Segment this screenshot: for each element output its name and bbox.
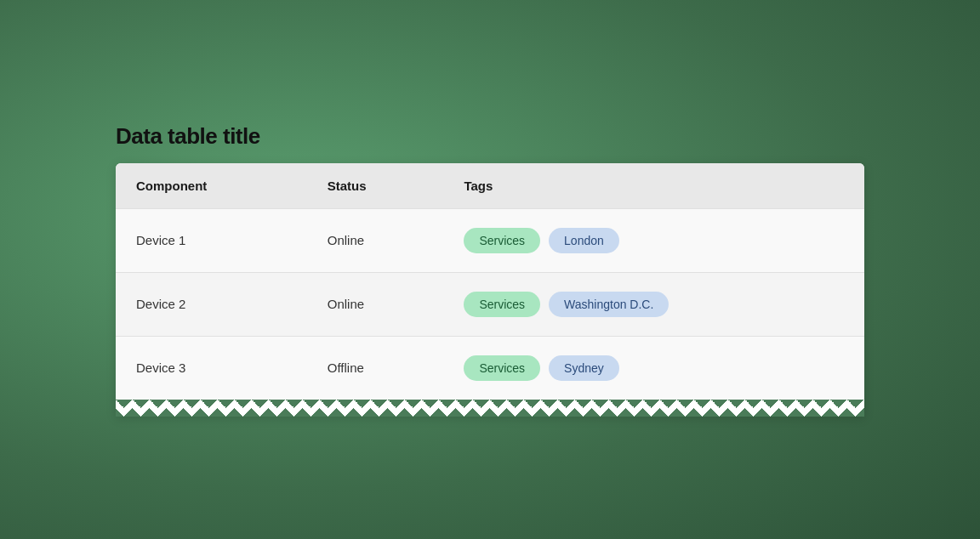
- table-row: Device 2OnlineServicesWashington D.C.: [116, 272, 864, 336]
- table-row: Device 3OfflineServicesSydney: [116, 336, 864, 400]
- cell-component: Device 2: [116, 272, 307, 336]
- col-header-tags: Tags: [443, 163, 864, 209]
- table-body: Device 1OnlineServicesLondonDevice 2Onli…: [116, 208, 864, 400]
- cell-component: Device 1: [116, 208, 307, 272]
- tag-services[interactable]: Services: [464, 292, 540, 317]
- cell-status: Online: [307, 272, 444, 336]
- cell-status: Offline: [307, 336, 444, 400]
- tags-container: ServicesWashington D.C.: [464, 292, 844, 317]
- tags-container: ServicesSydney: [464, 355, 844, 381]
- tag-sydney[interactable]: Sydney: [549, 355, 619, 381]
- header-row: Component Status Tags: [116, 163, 864, 209]
- col-header-status: Status: [307, 163, 444, 209]
- cell-tags: ServicesWashington D.C.: [443, 272, 864, 336]
- table-wrapper: Component Status Tags Device 1OnlineServ…: [116, 163, 864, 417]
- tag-washington-d.c.[interactable]: Washington D.C.: [549, 292, 669, 317]
- tag-services[interactable]: Services: [464, 355, 540, 381]
- tags-container: ServicesLondon: [464, 228, 844, 253]
- table-header: Component Status Tags: [116, 163, 864, 209]
- zigzag-decoration: [116, 400, 864, 417]
- tag-london[interactable]: London: [549, 228, 619, 253]
- cell-tags: ServicesLondon: [443, 208, 864, 272]
- col-header-component: Component: [116, 163, 307, 209]
- cell-status: Online: [307, 208, 444, 272]
- table-title: Data table title: [116, 123, 864, 150]
- tag-services[interactable]: Services: [464, 228, 540, 253]
- cell-component: Device 3: [116, 336, 307, 400]
- cell-tags: ServicesSydney: [443, 336, 864, 400]
- main-container: Data table title Component Status Tags D…: [116, 123, 864, 417]
- data-table: Component Status Tags Device 1OnlineServ…: [116, 163, 864, 400]
- table-row: Device 1OnlineServicesLondon: [116, 208, 864, 272]
